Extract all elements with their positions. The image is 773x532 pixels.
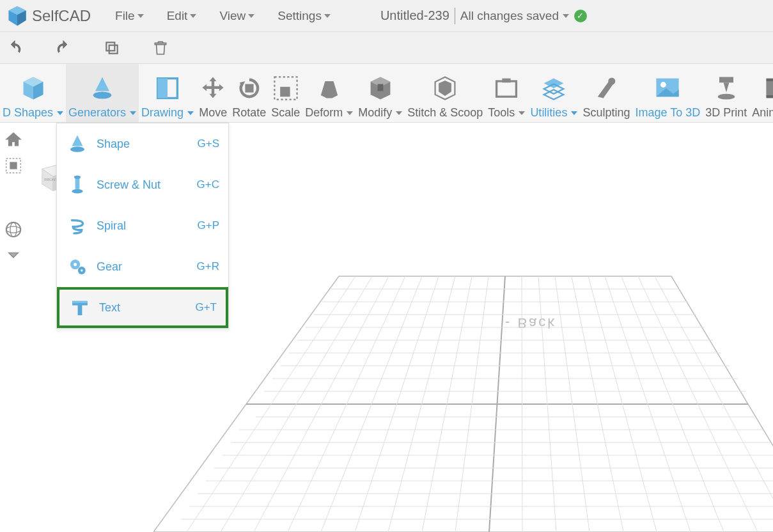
tool-label: Tools xyxy=(488,106,515,120)
menu-edit[interactable]: Edit xyxy=(155,9,208,23)
tool-deform[interactable]: Deform xyxy=(302,64,355,122)
screw-icon xyxy=(66,173,89,196)
svg-point-39 xyxy=(6,223,21,237)
svg-point-88 xyxy=(74,176,81,179)
svg-rect-4 xyxy=(109,45,118,53)
print-icon xyxy=(712,74,740,102)
tool-label: D Shapes xyxy=(3,106,53,120)
chevron-down-icon xyxy=(190,14,196,18)
generators-dropdown: Shape G+S Screw & Nut G+C Spiral G+P Gea… xyxy=(56,123,229,329)
svg-rect-13 xyxy=(245,84,253,92)
layers-icon xyxy=(540,74,568,102)
undo-icon[interactable] xyxy=(6,40,23,56)
menu-item-shortcut: G+S xyxy=(198,137,220,150)
chevron-down-icon xyxy=(396,111,402,115)
fit-view-icon[interactable] xyxy=(4,156,23,175)
modify-icon xyxy=(366,74,394,102)
chevron-down-icon xyxy=(571,111,577,115)
tool-label: Deform xyxy=(305,106,343,120)
svg-marker-20 xyxy=(439,81,451,96)
tool-3d-shapes[interactable]: D Shapes xyxy=(0,64,66,122)
menu-item-spiral[interactable]: Spiral G+P xyxy=(57,205,228,246)
menu-view[interactable]: View xyxy=(208,9,266,23)
viewport-left-toolbar xyxy=(4,130,23,265)
chevron-down-icon xyxy=(248,14,254,18)
menu-item-shortcut: G+P xyxy=(198,219,220,232)
tool-image-to-3d[interactable]: Image To 3D xyxy=(632,64,703,122)
menu-item-screw-nut[interactable]: Screw & Nut G+C xyxy=(57,164,228,205)
tool-utilities[interactable]: Utilities xyxy=(527,64,580,122)
tool-label: 3D Print xyxy=(705,106,747,120)
menu-view-label: View xyxy=(219,9,246,23)
chevron-down-icon[interactable] xyxy=(4,246,23,265)
document-status: Untitled-239 All changes saved ✓ xyxy=(380,8,587,24)
tool-sculpting[interactable]: Sculpting xyxy=(580,64,632,122)
svg-rect-30 xyxy=(719,77,733,82)
svg-point-32 xyxy=(718,94,735,100)
svg-rect-35 xyxy=(767,95,773,98)
menu-item-label: Screw & Nut xyxy=(97,178,197,192)
chevron-down-icon xyxy=(347,111,353,115)
tool-label: Modify xyxy=(358,106,392,120)
chevron-down-icon xyxy=(519,111,525,115)
svg-point-26 xyxy=(609,78,616,85)
text-icon xyxy=(68,296,91,319)
quick-toolbar xyxy=(0,32,773,64)
menu-edit-label: Edit xyxy=(167,9,188,23)
chevron-down-icon xyxy=(563,14,569,18)
tool-tools[interactable]: Tools xyxy=(485,64,527,122)
tool-3d-print[interactable]: 3D Print xyxy=(703,64,749,122)
home-icon[interactable] xyxy=(4,130,23,150)
chevron-down-icon xyxy=(130,111,136,115)
menu-file-label: File xyxy=(115,9,135,23)
trash-icon[interactable] xyxy=(152,40,169,56)
tool-label: Image To 3D xyxy=(635,106,700,120)
redo-icon[interactable] xyxy=(55,40,72,56)
tool-label: Move xyxy=(199,106,227,120)
svg-rect-22 xyxy=(503,79,511,83)
copy-icon[interactable] xyxy=(104,40,120,56)
menu-settings[interactable]: Settings xyxy=(266,9,342,23)
tool-label: Sculpting xyxy=(582,106,630,120)
ribbon-toolbar: D Shapes Generators Drawing Move Rotate … xyxy=(0,64,773,123)
menu-item-gear[interactable]: Gear G+R xyxy=(57,246,228,287)
stitch-icon xyxy=(431,74,459,102)
tool-scale[interactable]: Scale xyxy=(269,64,302,122)
tool-generators[interactable]: Generators xyxy=(66,64,139,122)
animation-icon xyxy=(763,74,773,102)
tool-rotate[interactable]: Rotate xyxy=(230,64,269,122)
svg-point-40 xyxy=(6,226,21,233)
svg-point-93 xyxy=(81,269,82,271)
menu-item-text[interactable]: Text G+T xyxy=(57,287,228,328)
tool-move[interactable]: Move xyxy=(196,64,230,122)
app-logo[interactable]: SelfCAD xyxy=(6,5,91,27)
svg-marker-85 xyxy=(72,135,83,146)
menu-item-shape[interactable]: Shape G+S xyxy=(57,123,228,164)
svg-rect-18 xyxy=(377,84,383,91)
save-status-text[interactable]: All changes saved xyxy=(460,9,559,23)
cube-icon xyxy=(19,74,47,102)
tools-icon xyxy=(492,74,520,102)
tool-animation[interactable]: Animation xyxy=(749,64,773,122)
chevron-down-icon xyxy=(137,14,144,18)
tool-label: Generators xyxy=(68,106,126,120)
saved-check-icon: ✓ xyxy=(574,10,587,22)
tool-modify[interactable]: Modify xyxy=(355,64,405,122)
tool-label: Animation xyxy=(752,106,773,120)
svg-marker-31 xyxy=(723,82,729,92)
document-title[interactable]: Untitled-239 xyxy=(380,8,449,23)
image-icon xyxy=(653,74,682,102)
menu-item-shortcut: G+C xyxy=(197,178,219,191)
tool-stitch-scoop[interactable]: Stitch & Scoop xyxy=(405,64,485,122)
tool-label: Stitch & Scoop xyxy=(407,106,483,120)
scale-icon xyxy=(272,74,300,102)
grid-plane xyxy=(153,225,773,532)
spiral-icon xyxy=(66,214,89,237)
menu-item-label: Text xyxy=(99,301,195,315)
globe-icon[interactable] xyxy=(4,220,23,239)
tool-drawing[interactable]: Drawing xyxy=(139,64,196,122)
tool-label: Scale xyxy=(271,106,300,120)
menu-item-shortcut: G+R xyxy=(197,260,219,273)
svg-rect-21 xyxy=(497,81,517,97)
menu-file[interactable]: File xyxy=(104,9,155,23)
